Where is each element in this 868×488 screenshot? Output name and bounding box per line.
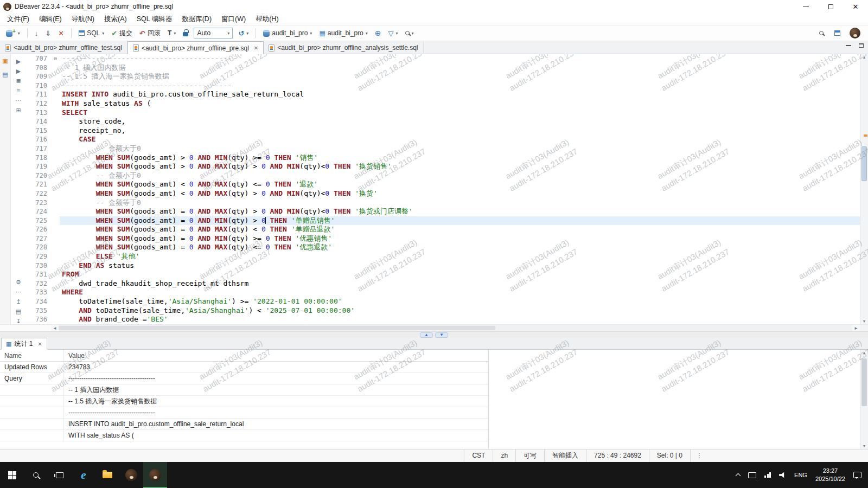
export-icon[interactable]: ↥ [16,299,21,305]
stats-row[interactable]: WITH sale_status AS ( [0,430,488,441]
execute-statement-button[interactable]: ↓ [33,29,40,38]
script-icon[interactable]: ≡ [17,88,20,94]
code-text[interactable]: toDateTime(sale_time,'Asia/Shanghai') >=… [60,297,860,306]
taskbar-clock[interactable]: 23:272025/10/22 [815,467,845,483]
cancel-execution-button[interactable]: ✕ [56,29,66,38]
code-text[interactable]: WHEN SUM(goods_amt) = 0 AND MAX(qty) > 0… [60,207,860,216]
stats-row[interactable]: INSERT INTO audit_bi_pro.custom_offline_… [0,419,488,430]
code-text[interactable]: WHEN SUM(goods_amt) > 0 AND MAX(qty) > 0… [60,162,860,171]
scroll-down-icon[interactable]: ▼ [860,319,868,323]
explorer-taskbar-button[interactable] [95,462,119,488]
panel-icon[interactable]: ⊞ [16,107,21,113]
minimize-editor-button[interactable] [846,45,851,46]
sash-up-button[interactable]: ▲ [420,332,433,338]
database-select[interactable]: audit_bi_pro▾ [261,28,314,38]
scroll-right-icon[interactable]: ► [852,326,860,331]
code-text[interactable]: WHEN SUM(goods_amt) = 0 AND MIN(qty) > 0… [60,216,860,226]
code-text[interactable]: ---------------------------------------- [60,81,860,91]
sash-down-button[interactable]: ▼ [435,332,448,338]
status-position[interactable]: 725 : 49 : 24692 [586,450,649,462]
editor-tab[interactable]: <audit_bi_pro> zhumr_offline_test.sql [0,41,127,54]
dbeaver-taskbar-button[interactable] [119,462,143,488]
code-text[interactable]: store_code, [60,117,860,126]
transaction-log-button[interactable]: ↺▾ [237,29,250,38]
status-overflow-icon[interactable]: ⋮ [690,450,708,462]
code-text[interactable]: END AS status [60,261,860,271]
status-language[interactable]: zh [493,450,515,462]
scroll-up-icon[interactable]: ▲ [860,351,868,355]
start-button[interactable] [0,462,24,488]
ie-taskbar-button[interactable]: e [72,462,95,488]
code-text[interactable]: WHEN SUM(goods_amt) < 0 AND MAX(qty) > 0… [60,189,860,198]
load-file-icon[interactable]: ↧ [16,318,21,324]
code-text[interactable]: WHEN SUM(goods_amt) > 0 AND MIN(qty) >= … [60,153,860,163]
hscroll-thumb[interactable] [59,326,495,330]
code-text[interactable]: WHERE [60,288,860,297]
menu-item[interactable]: 搜索(A) [99,13,132,25]
taskbar-search-button[interactable] [24,462,48,488]
scroll-thumb[interactable] [861,146,867,181]
language-indicator[interactable]: ENG [794,472,807,478]
execute-new-tab-icon[interactable]: ▶ [16,68,21,74]
schema-select[interactable]: ▦audit_bi_pro▾ [317,28,369,38]
search-metadata-button[interactable]: ▾ [404,30,416,37]
editor-hscroll[interactable]: ◄ ► [0,324,868,331]
editor-vscroll[interactable]: ▲ ▼ [860,54,868,324]
stats-row[interactable]: Query-----------------------------------… [0,373,488,384]
code-text[interactable]: dwd_trade_hkaudit_shop_receipt_mt dthsrm [60,279,860,288]
tab-close-icon[interactable]: ✕ [254,45,258,51]
panel-splitter[interactable]: ▲ ▼ [0,331,868,338]
code-editor[interactable]: 707⊖------------------------------------… [26,54,860,324]
code-text[interactable]: WHEN SUM(goods_amt) = 0 AND MAX(qty) <= … [60,243,860,252]
execute-statement-icon[interactable]: ▶ [16,59,21,65]
panel-vscroll[interactable]: ▲ ▼ [860,350,868,449]
hscroll-track[interactable] [59,325,852,331]
status-timezone[interactable]: CST [464,450,493,462]
editor-tab[interactable]: <audit_bi_pro> zhumr_offline_analysis_se… [264,41,423,54]
menu-item[interactable]: 导航(N) [67,13,99,25]
new-connection-button[interactable]: +▾ [4,29,22,38]
code-text[interactable]: WITH sale_status AS ( [60,99,860,108]
editor-tab[interactable]: <audit_bi_pro> zhumr_offline_pre.sql✕ [127,41,264,55]
code-text[interactable]: AND toDateTime(sale_time,'Asia/Shanghai'… [60,306,860,316]
stats-row[interactable]: Updated Rows234783 [0,362,488,373]
menu-item[interactable]: SQL 编辑器 [132,13,177,25]
commit-mode-select[interactable]: Auto▾ [194,28,233,38]
show-navigator-icon[interactable]: ▣ [2,57,8,65]
stats-row[interactable]: ---------------------------------------- [0,407,488,419]
code-text[interactable]: receipt_no, [60,126,860,136]
network-icon[interactable] [764,472,771,478]
connection-info-button[interactable]: ⊕ [373,28,383,38]
menu-item[interactable]: 编辑(E) [34,13,67,25]
show-outline-icon[interactable]: ▤ [2,71,8,78]
minimize-button[interactable] [793,0,818,13]
show-view-button[interactable] [833,29,842,37]
menu-item[interactable]: 帮助(H) [251,13,283,25]
execute-script-button[interactable]: ⇓ [43,29,53,38]
lock-button[interactable] [181,29,190,37]
code-text[interactable]: ---------------------------------------- [60,54,860,63]
execute-script-icon[interactable]: ≣ [16,78,21,84]
code-text[interactable]: -- 1.5 插入海一家换货销售数据 [60,72,860,81]
rollback-button[interactable]: ↶回滚 [138,28,162,39]
code-text[interactable]: WHEN SUM(goods_amt) = 0 AND MIN(qty) >= … [60,234,860,243]
code-text[interactable]: CASE [60,135,860,144]
code-text[interactable]: -- 金额大于0 [60,144,860,153]
speaker-icon[interactable] [779,472,786,478]
code-text[interactable]: INSERT INTO audit_bi_pro.custom_offline_… [60,90,860,99]
code-text[interactable]: AND brand_code ='BES' [60,315,860,324]
task-view-button[interactable] [48,462,72,488]
filter-button[interactable]: ▽▾ [387,29,400,38]
transaction-mode-button[interactable]: T▾ [166,29,177,37]
close-button[interactable]: ✕ [843,0,868,13]
monitor-icon[interactable] [748,472,756,478]
stats-tab[interactable]: ▦ 统计 1 ✕ [1,338,47,350]
hidden-icons-chevron-icon[interactable] [736,473,741,479]
code-text[interactable]: WHEN SUM(goods_amt) = 0 AND MAX(qty) < 0… [60,225,860,234]
status-insert-mode[interactable]: 智能插入 [544,450,586,462]
stats-tab-close-icon[interactable]: ✕ [37,341,42,347]
status-writable[interactable]: 可写 [515,450,544,462]
scroll-up-icon[interactable]: ▲ [860,55,868,59]
more-icon[interactable]: ⋯ [16,289,22,295]
sql-editor-menu-button[interactable]: SQL▾ [77,28,106,38]
